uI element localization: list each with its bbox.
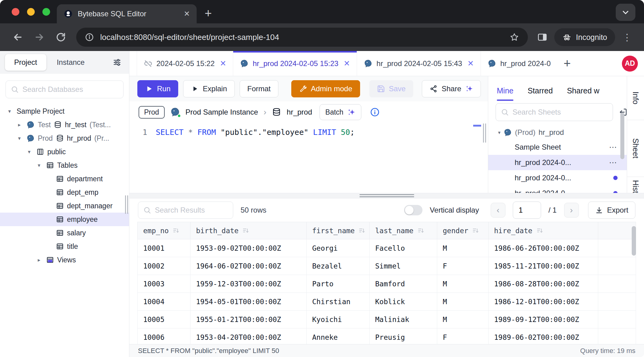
forward-icon[interactable] <box>31 32 48 43</box>
maximize-window-button[interactable] <box>42 8 50 16</box>
sheet-menu-icon[interactable]: ⋯ <box>609 143 618 152</box>
editor-tab-hr-prod-2024-02-05-15-23[interactable]: hr_prod 2024-02-05 15:23✕ <box>233 51 357 76</box>
share-button[interactable]: Share <box>422 80 481 97</box>
column-header-first-name[interactable]: first_name <box>307 222 370 239</box>
vertical-display-toggle[interactable] <box>404 205 422 215</box>
url-bar[interactable]: localhost:8080/sql-editor/sheet/project-… <box>76 28 528 47</box>
table-row[interactable]: 100011953-09-02T00:00:00ZGeorgiFacelloM1… <box>138 239 636 257</box>
caret-right-icon[interactable]: ▸ <box>35 257 43 263</box>
results-resize-divider[interactable] <box>129 193 644 198</box>
window-controls[interactable] <box>12 8 50 16</box>
table-row[interactable]: 100051955-01-21T00:00:00ZKyoichiMaliniak… <box>138 311 636 328</box>
close-tab-icon[interactable]: ✕ <box>467 59 474 68</box>
drag-handle-icon[interactable] <box>359 194 414 197</box>
database-search-input[interactable] <box>22 85 118 94</box>
tree-item-public[interactable]: ▾public <box>0 145 129 159</box>
results-search[interactable] <box>138 202 233 219</box>
results-scrollbar[interactable] <box>632 226 636 256</box>
sidebar-resize-handle[interactable] <box>125 195 128 214</box>
ai-sparkles-icon[interactable] <box>465 85 473 93</box>
avatar[interactable]: AD <box>622 56 638 72</box>
right-tab-history[interactable]: History <box>627 177 644 193</box>
right-tab-sheet[interactable]: Sheet <box>627 120 644 177</box>
tab-search-button[interactable] <box>616 4 635 21</box>
bookmark-star-icon[interactable] <box>509 32 519 42</box>
tree-item-hr-test[interactable]: ▸Testhr_test(Test... <box>0 118 129 131</box>
table-row[interactable]: 100041954-05-01T00:00:00ZChirstianKoblic… <box>138 293 636 311</box>
tree-item-sample-project[interactable]: ▾Sample Project <box>0 104 129 118</box>
database-name[interactable]: hr_prod <box>287 108 312 116</box>
browser-tab[interactable]: Bytebase SQL Editor ✕ <box>57 4 197 23</box>
sheet-tab-mine[interactable]: Mine <box>497 86 513 101</box>
tab-instance[interactable]: Instance <box>48 54 93 71</box>
close-window-button[interactable] <box>12 8 19 16</box>
tree-item-hr-prod[interactable]: ▾Prodhr_prod(Pr... <box>0 131 129 145</box>
side-panel-icon[interactable] <box>535 32 550 42</box>
admin-mode-button[interactable]: Admin mode <box>291 80 360 97</box>
tree-item-department[interactable]: department <box>0 172 129 186</box>
table-row[interactable]: 100031959-12-03T00:00:00ZPartoBamfordM19… <box>138 275 636 293</box>
right-tab-info[interactable]: Info <box>627 76 644 120</box>
explain-button[interactable]: Explain <box>183 80 235 97</box>
new-sheet-button[interactable]: + <box>557 51 577 76</box>
database-search[interactable] <box>6 80 124 98</box>
sheet-tab-shared-w[interactable]: Shared w <box>567 86 599 101</box>
sheet-list-scrollbar[interactable] <box>620 112 624 159</box>
caret-down-icon[interactable]: ▾ <box>25 149 33 155</box>
sheet-menu-icon[interactable]: ⋯ <box>609 158 618 167</box>
sql-line[interactable]: SELECT * FROM "public"."employee" LIMIT … <box>156 128 355 193</box>
page-number-input[interactable] <box>519 206 535 214</box>
close-tab-icon[interactable]: ✕ <box>344 59 350 68</box>
tree-item-employee[interactable]: employee <box>0 213 129 226</box>
sheet-search[interactable] <box>496 103 613 121</box>
caret-down-icon[interactable]: ▾ <box>6 108 14 115</box>
caret-down-icon[interactable]: ▾ <box>498 130 501 135</box>
sheet-search-input[interactable] <box>512 108 608 116</box>
minimize-window-button[interactable] <box>27 8 35 16</box>
info-icon[interactable] <box>370 107 380 117</box>
tree-item-title[interactable]: title <box>0 240 129 253</box>
table-row[interactable]: 100021964-06-02T00:00:00ZBezalelSimmelF1… <box>138 257 636 275</box>
reload-icon[interactable] <box>52 32 69 43</box>
sheet-item[interactable]: hr_prod 2024-0...⋯ <box>488 155 627 170</box>
tree-item-dept-manager[interactable]: dept_manager <box>0 199 129 213</box>
back-icon[interactable] <box>9 32 26 43</box>
caret-down-icon[interactable]: ▾ <box>35 162 43 169</box>
column-header-birth-date[interactable]: birth_date <box>190 222 307 239</box>
browser-menu-icon[interactable]: ⋮ <box>619 32 635 43</box>
column-header-emp-no[interactable]: emp_no <box>138 222 190 239</box>
prev-page-button[interactable]: ‹ <box>491 203 505 218</box>
column-header-hire-date[interactable]: hire_date <box>489 222 598 239</box>
tree-item-salary[interactable]: salary <box>0 226 129 240</box>
table-row[interactable]: 100061953-04-20T00:00:00ZAnnekePreusigF1… <box>138 328 636 344</box>
format-button[interactable]: Format <box>240 80 278 97</box>
filter-settings-icon[interactable] <box>112 58 124 67</box>
editor-tab-hr-prod-2024-02-05-15-43[interactable]: hr_prod 2024-02-05 15:43✕ <box>357 51 481 76</box>
column-header-gender[interactable]: gender <box>437 222 489 239</box>
new-tab-button[interactable]: + <box>205 6 212 20</box>
close-tab-icon[interactable]: ✕ <box>220 59 226 68</box>
sql-code-editor[interactable]: 1 SELECT * FROM "public"."employee" LIMI… <box>129 123 488 193</box>
tree-item-tables[interactable]: ▾Tables <box>0 159 129 172</box>
column-header-last-name[interactable]: last_name <box>370 222 437 239</box>
run-button[interactable]: Run <box>137 80 178 97</box>
site-info-icon[interactable] <box>85 33 94 42</box>
close-tab-icon[interactable]: ✕ <box>184 10 190 18</box>
sheet-item[interactable]: hr_prod 2024-0... <box>488 170 627 186</box>
instance-name[interactable]: Prod Sample Instance <box>186 108 258 116</box>
page-number-field[interactable] <box>513 202 541 219</box>
sheet-item[interactable]: hr_prod 2024-0 <box>488 186 627 193</box>
editor-tab-2024-02-05-15-22[interactable]: 2024-02-05 15:22✕ <box>137 51 233 76</box>
tree-item-views[interactable]: ▸Views <box>0 253 129 267</box>
editor-tab-hr-prod-2024-0[interactable]: hr_prod 2024-0 <box>481 51 557 76</box>
export-button[interactable]: Export <box>588 202 635 219</box>
tab-project[interactable]: Project <box>5 54 46 71</box>
sheet-group[interactable]: ▾(Prod)hr_prod <box>488 125 627 139</box>
next-page-button[interactable]: › <box>564 203 579 218</box>
sheet-tab-starred[interactable]: Starred <box>528 86 553 101</box>
caret-down-icon[interactable]: ▾ <box>15 135 23 142</box>
save-button[interactable]: Save <box>369 80 414 97</box>
panel-resize-handle[interactable] <box>483 124 486 143</box>
url-text[interactable]: localhost:8080/sql-editor/sheet/project-… <box>100 33 503 42</box>
batch-button[interactable]: Batch <box>320 104 361 120</box>
